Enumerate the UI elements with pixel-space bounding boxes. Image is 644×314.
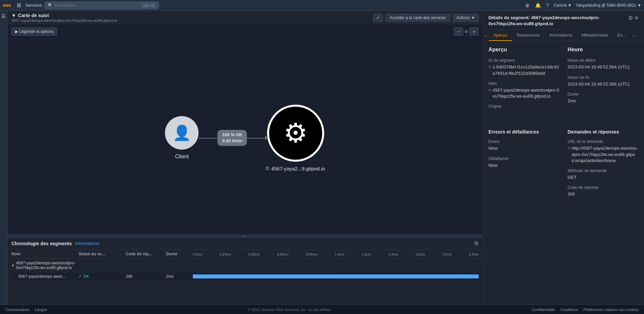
right-panel-content: Aperçu ID de segment ⧉ 1-640376b0-f1cc12… (483, 41, 644, 305)
rp-requests-col: Demandes et réponses URL de la demande ⧉… (568, 129, 639, 202)
row-child-bar-cell: GET http://4567-yaya2devops-awscloudpro-… (193, 274, 479, 279)
rp-origine-label: Origine (488, 104, 560, 109)
conditions-link[interactable]: Conditions (561, 308, 578, 312)
tab-annotations[interactable]: Annotations (545, 30, 577, 41)
search-bar: 🔍 [Alt+S] (45, 2, 159, 9)
row-bar-link[interactable]: GET http://4567-yaya2devops-awscloudpro-… (341, 274, 479, 279)
sidebar-toggle: ☰ (0, 11, 7, 305)
check-icon: ✓ (79, 274, 82, 279)
confidentialite-link[interactable]: Confidentialité (532, 308, 555, 312)
rp-divider (488, 123, 639, 124)
rp-field-duration: Durée 2ms (568, 92, 639, 104)
search-shortcut: [Alt+S] (141, 3, 156, 8)
rp-duration-value: 2ms (568, 98, 639, 104)
footer: Commentaires Langue © 2023, Amazon Web S… (0, 305, 644, 314)
rp-origine-value: - (488, 110, 560, 116)
connection-line2: 0.20 t/min (222, 138, 242, 144)
close-button[interactable]: ✕ (634, 15, 639, 21)
monitor-icon-btn[interactable]: 🖥 (524, 2, 530, 9)
rp-error-label: Erreur (488, 139, 560, 144)
right-panel-header: Détails du segment: 4567-yaya2devops-aws… (483, 11, 644, 30)
table-row: ▼ 4567-yaya2devops-awscloudpro-0vs7hkpz2… (11, 259, 479, 272)
timeline-table: Nom Statut du se... Code de rép... Durée… (7, 250, 483, 305)
rp-method-value: GET (568, 174, 639, 180)
rp-url-value: ⧉ http://4567-yaya2devops-awscloudpro-0v… (568, 145, 639, 164)
user-menu[interactable]: YahyaAbulhaj @ 5984-8545-0821 ▼ (576, 3, 641, 8)
rp-name-label: Nom (488, 81, 560, 86)
region-selector[interactable]: Central ▼ (554, 3, 572, 8)
footer-left: Commentaires Langue (5, 308, 47, 312)
search-input[interactable] (55, 3, 139, 8)
service-status-dot (266, 167, 269, 170)
table-row[interactable]: 4567-yaya2devops-awsc... ✓ OK 200 2ms GE… (11, 272, 479, 280)
person-icon: 👤 (173, 124, 191, 142)
table-row-group: ▼ 4567-yaya2devops-awscloudpro-0vs7hkpz2… (7, 259, 483, 280)
nav-right: 🖥 🔔 ? Central ▼ YahyaAbulhaj @ 5984-8545… (524, 2, 641, 9)
col-header-duration: Durée (166, 251, 193, 257)
row-child-duration: 2ms (166, 274, 193, 279)
help-icon-btn[interactable]: ? (546, 2, 550, 9)
connection-badge: 100 % OK 0.20 t/min (217, 130, 247, 146)
main-layout: ☰ ▼ Carte de suivi 4567-yaya2devops-awsc… (0, 11, 644, 305)
tab-prev-button[interactable]: ‹ (483, 32, 489, 40)
rp-id-value: ⧉ 1-640376b0-f1cc120a9ece148c43a7691d-f9… (488, 64, 560, 76)
left-panel-subtitle: 4567-yaya2devops-awscloudpro-0vs7hkpz2fw… (11, 18, 117, 22)
rp-field-id: ID de segment ⧉ 1-640376b0-f1cc120a9ece1… (488, 58, 560, 76)
preferences-link[interactable]: Préférences relatives aux cookies (584, 308, 639, 312)
rp-field-response-code: Code de réponse 200 (568, 185, 639, 197)
footer-right: Confidentialité Conditions Préférences r… (532, 308, 639, 312)
row-expand-button[interactable]: ▼ (11, 264, 15, 267)
aws-logo: aws (3, 2, 13, 8)
copy-icon-3: ⧉ (568, 146, 570, 151)
right-panel-tabs: ‹ Aperçu Ressources Annotations Métadonn… (483, 30, 644, 41)
rp-error-value: false (488, 145, 560, 151)
bell-icon-btn[interactable]: 🔔 (534, 2, 542, 9)
settings-button[interactable]: ⚙ (628, 15, 633, 21)
legend-label: ▶ Légende et options (15, 29, 53, 34)
table-header: Nom Statut du se... Code de rép... Durée… (7, 250, 483, 259)
legend-bar[interactable]: ▶ Légende et options (11, 28, 57, 36)
rp-defaillance-value: false (488, 162, 560, 168)
rp-start-value: 2023-03-04 16:49:52.064 (UTC) (568, 64, 639, 70)
svg-text:aws: aws (3, 3, 11, 8)
rp-field-url: URL de la demande ⧉ http://4567-yaya2dev… (568, 139, 639, 164)
rp-method-label: Méthode de demande (568, 168, 639, 173)
row-parent-name: ▼ 4567-yaya2devops-awscloudpro-0vs7hkpz2… (11, 261, 79, 270)
settings-icon-btn[interactable]: ⚙ (474, 240, 479, 247)
rp-section-grid: Aperçu ID de segment ⧉ 1-640376b0-f1cc12… (488, 47, 639, 121)
search-icon: 🔍 (48, 3, 53, 8)
tab-metadonnees[interactable]: Métadonnées (577, 30, 613, 41)
rp-time-title: Heure (568, 47, 639, 53)
tab-ressources[interactable]: Ressources (512, 30, 545, 41)
zoom-in-button[interactable]: + (469, 28, 479, 36)
rp-field-start: Heure de début 2023-03-04 16:49:52.064 (… (568, 58, 639, 70)
panel-divider[interactable]: ≡ (7, 235, 483, 238)
sidebar-toggle-button[interactable]: ☰ (1, 13, 6, 19)
info-link[interactable]: Informations (75, 241, 99, 246)
collapse-icon: ▼ (11, 13, 16, 18)
rp-field-defaillance: Défaillance false (488, 156, 560, 168)
tab-next-button[interactable]: › (631, 32, 637, 40)
service-label: 4567-yaya2...9.gitpod.io (266, 166, 325, 171)
langue-link[interactable]: Langue (35, 308, 47, 312)
graph-area: 👤 Client 100 % OK 0.20 t/min ⚙ (7, 41, 483, 235)
row-child-code: 200 (126, 274, 166, 279)
left-panel: ▼ Carte de suivi 4567-yaya2devops-awsclo… (7, 11, 483, 305)
map-canvas: ▶ Légende et options − + 👤 Client (7, 24, 483, 235)
copy-icon: ⧉ (488, 64, 491, 69)
actions-button[interactable]: Actions ▼ (453, 14, 479, 22)
bottom-panel-header: Chronologie des segments Informations ⚙ (7, 238, 483, 250)
rp-id-label: ID de segment (488, 58, 560, 63)
tab-ex[interactable]: Ex... (613, 30, 631, 41)
grid-menu-button[interactable]: ⊞ (15, 1, 23, 9)
right-panel: Détails du segment: 4567-yaya2devops-aws… (483, 11, 644, 305)
comments-link[interactable]: Commentaires (5, 308, 30, 312)
expand-button[interactable]: ⤢ (373, 14, 383, 22)
tab-apercu[interactable]: Aperçu (489, 30, 512, 41)
zoom-out-button[interactable]: − (454, 28, 463, 36)
zoom-dot[interactable] (465, 30, 468, 33)
service-node: ⚙ 4567-yaya2...9.gitpod.io (266, 105, 325, 171)
rp-left-col: Aperçu ID de segment ⧉ 1-640376b0-f1cc12… (488, 47, 560, 121)
service-map-button[interactable]: Accéder à la carte des services (385, 14, 450, 22)
copy-icon-2: ⧉ (488, 88, 491, 93)
